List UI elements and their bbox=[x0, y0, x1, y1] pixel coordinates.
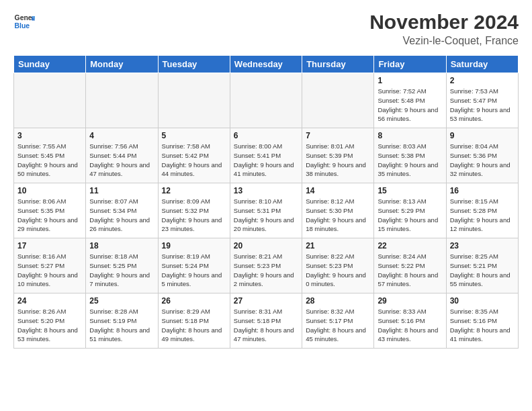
calendar-table: Sunday Monday Tuesday Wednesday Thursday… bbox=[13, 55, 519, 349]
calendar-cell: 21Sunrise: 8:22 AM Sunset: 5:23 PM Dayli… bbox=[302, 238, 374, 293]
day-number: 16 bbox=[450, 186, 515, 195]
col-wednesday: Wednesday bbox=[230, 56, 302, 73]
day-info: Sunrise: 8:31 AM Sunset: 5:18 PM Dayligh… bbox=[234, 307, 298, 344]
day-number: 27 bbox=[234, 296, 298, 306]
day-number: 10 bbox=[17, 186, 82, 195]
day-info: Sunrise: 7:58 AM Sunset: 5:42 PM Dayligh… bbox=[162, 142, 226, 179]
calendar-week-row-2: 10Sunrise: 8:06 AM Sunset: 5:35 PM Dayli… bbox=[14, 183, 519, 238]
day-info: Sunrise: 7:56 AM Sunset: 5:44 PM Dayligh… bbox=[89, 142, 154, 179]
calendar-cell: 6Sunrise: 8:00 AM Sunset: 5:41 PM Daylig… bbox=[230, 128, 302, 183]
day-info: Sunrise: 7:52 AM Sunset: 5:48 PM Dayligh… bbox=[378, 87, 442, 124]
day-number: 19 bbox=[162, 241, 226, 250]
day-number: 8 bbox=[378, 131, 442, 140]
calendar-cell: 28Sunrise: 8:32 AM Sunset: 5:17 PM Dayli… bbox=[302, 293, 374, 349]
page-subtitle: Vezin-le-Coquet, France bbox=[369, 35, 519, 47]
day-number: 2 bbox=[450, 76, 515, 85]
day-number: 12 bbox=[162, 186, 226, 195]
calendar-cell: 13Sunrise: 8:10 AM Sunset: 5:31 PM Dayli… bbox=[230, 183, 302, 238]
calendar-week-row-1: 3Sunrise: 7:55 AM Sunset: 5:45 PM Daylig… bbox=[14, 128, 519, 183]
calendar-cell: 11Sunrise: 8:07 AM Sunset: 5:34 PM Dayli… bbox=[86, 183, 158, 238]
calendar-cell: 1Sunrise: 7:52 AM Sunset: 5:48 PM Daylig… bbox=[374, 73, 446, 128]
calendar-cell bbox=[14, 73, 86, 128]
day-info: Sunrise: 8:19 AM Sunset: 5:24 PM Dayligh… bbox=[162, 252, 226, 289]
day-info: Sunrise: 8:25 AM Sunset: 5:21 PM Dayligh… bbox=[450, 252, 515, 289]
day-info: Sunrise: 8:06 AM Sunset: 5:35 PM Dayligh… bbox=[17, 197, 82, 234]
day-info: Sunrise: 8:35 AM Sunset: 5:16 PM Dayligh… bbox=[450, 307, 515, 344]
day-number: 11 bbox=[89, 186, 154, 195]
day-info: Sunrise: 8:16 AM Sunset: 5:27 PM Dayligh… bbox=[17, 252, 82, 289]
day-info: Sunrise: 8:01 AM Sunset: 5:39 PM Dayligh… bbox=[306, 142, 370, 179]
svg-text:Blue: Blue bbox=[15, 22, 30, 30]
day-info: Sunrise: 8:00 AM Sunset: 5:41 PM Dayligh… bbox=[234, 142, 298, 179]
calendar-week-row-3: 17Sunrise: 8:16 AM Sunset: 5:27 PM Dayli… bbox=[14, 238, 519, 293]
calendar-cell: 29Sunrise: 8:33 AM Sunset: 5:16 PM Dayli… bbox=[374, 293, 446, 349]
calendar-cell: 30Sunrise: 8:35 AM Sunset: 5:16 PM Dayli… bbox=[446, 293, 518, 349]
calendar-week-row-4: 24Sunrise: 8:26 AM Sunset: 5:20 PM Dayli… bbox=[14, 293, 519, 349]
day-info: Sunrise: 8:21 AM Sunset: 5:23 PM Dayligh… bbox=[234, 252, 298, 289]
day-info: Sunrise: 8:28 AM Sunset: 5:19 PM Dayligh… bbox=[89, 307, 154, 344]
day-number: 26 bbox=[162, 296, 226, 306]
col-thursday: Thursday bbox=[302, 56, 374, 73]
col-monday: Monday bbox=[86, 56, 158, 73]
day-number: 7 bbox=[306, 131, 370, 140]
day-number: 17 bbox=[17, 241, 82, 250]
calendar-cell: 5Sunrise: 7:58 AM Sunset: 5:42 PM Daylig… bbox=[158, 128, 230, 183]
day-number: 25 bbox=[89, 296, 154, 306]
calendar-cell: 18Sunrise: 8:18 AM Sunset: 5:25 PM Dayli… bbox=[86, 238, 158, 293]
col-tuesday: Tuesday bbox=[158, 56, 230, 73]
calendar-cell: 8Sunrise: 8:03 AM Sunset: 5:38 PM Daylig… bbox=[374, 128, 446, 183]
day-info: Sunrise: 8:29 AM Sunset: 5:18 PM Dayligh… bbox=[162, 307, 226, 344]
calendar-cell: 19Sunrise: 8:19 AM Sunset: 5:24 PM Dayli… bbox=[158, 238, 230, 293]
title-block: November 2024 Vezin-le-Coquet, France bbox=[369, 11, 519, 47]
day-info: Sunrise: 8:12 AM Sunset: 5:30 PM Dayligh… bbox=[306, 197, 370, 234]
day-info: Sunrise: 8:13 AM Sunset: 5:29 PM Dayligh… bbox=[378, 197, 442, 234]
day-number: 29 bbox=[378, 296, 442, 306]
day-number: 3 bbox=[17, 131, 82, 140]
day-info: Sunrise: 8:32 AM Sunset: 5:17 PM Dayligh… bbox=[306, 307, 370, 344]
calendar-cell: 22Sunrise: 8:24 AM Sunset: 5:22 PM Dayli… bbox=[374, 238, 446, 293]
day-number: 30 bbox=[450, 296, 515, 306]
day-number: 1 bbox=[378, 76, 442, 85]
calendar-cell: 7Sunrise: 8:01 AM Sunset: 5:39 PM Daylig… bbox=[302, 128, 374, 183]
calendar-week-row-0: 1Sunrise: 7:52 AM Sunset: 5:48 PM Daylig… bbox=[14, 73, 519, 128]
day-info: Sunrise: 7:55 AM Sunset: 5:45 PM Dayligh… bbox=[17, 142, 82, 179]
day-info: Sunrise: 8:33 AM Sunset: 5:16 PM Dayligh… bbox=[378, 307, 442, 344]
day-info: Sunrise: 8:04 AM Sunset: 5:36 PM Dayligh… bbox=[450, 142, 515, 179]
calendar-cell: 10Sunrise: 8:06 AM Sunset: 5:35 PM Dayli… bbox=[14, 183, 86, 238]
day-info: Sunrise: 8:07 AM Sunset: 5:34 PM Dayligh… bbox=[89, 197, 154, 234]
calendar-cell bbox=[158, 73, 230, 128]
day-number: 20 bbox=[234, 241, 298, 250]
calendar-cell: 16Sunrise: 8:15 AM Sunset: 5:28 PM Dayli… bbox=[446, 183, 518, 238]
calendar-cell: 9Sunrise: 8:04 AM Sunset: 5:36 PM Daylig… bbox=[446, 128, 518, 183]
calendar-cell bbox=[86, 73, 158, 128]
calendar-cell: 14Sunrise: 8:12 AM Sunset: 5:30 PM Dayli… bbox=[302, 183, 374, 238]
day-info: Sunrise: 8:09 AM Sunset: 5:32 PM Dayligh… bbox=[162, 197, 226, 234]
day-number: 22 bbox=[378, 241, 442, 250]
day-number: 6 bbox=[234, 131, 298, 140]
col-saturday: Saturday bbox=[446, 56, 518, 73]
calendar-cell bbox=[302, 73, 374, 128]
page-title: November 2024 bbox=[369, 11, 519, 34]
day-info: Sunrise: 8:10 AM Sunset: 5:31 PM Dayligh… bbox=[234, 197, 298, 234]
day-info: Sunrise: 8:18 AM Sunset: 5:25 PM Dayligh… bbox=[89, 252, 154, 289]
calendar-cell: 24Sunrise: 8:26 AM Sunset: 5:20 PM Dayli… bbox=[14, 293, 86, 349]
day-number: 14 bbox=[306, 186, 370, 195]
day-info: Sunrise: 8:22 AM Sunset: 5:23 PM Dayligh… bbox=[306, 252, 370, 289]
day-number: 5 bbox=[162, 131, 226, 140]
col-friday: Friday bbox=[374, 56, 446, 73]
page-header: General Blue November 2024 Vezin-le-Coqu… bbox=[13, 11, 519, 47]
calendar-header-row: Sunday Monday Tuesday Wednesday Thursday… bbox=[14, 56, 519, 73]
calendar-cell: 3Sunrise: 7:55 AM Sunset: 5:45 PM Daylig… bbox=[14, 128, 86, 183]
calendar-cell: 27Sunrise: 8:31 AM Sunset: 5:18 PM Dayli… bbox=[230, 293, 302, 349]
day-info: Sunrise: 8:24 AM Sunset: 5:22 PM Dayligh… bbox=[378, 252, 442, 289]
day-number: 28 bbox=[306, 296, 370, 306]
day-number: 13 bbox=[234, 186, 298, 195]
day-info: Sunrise: 8:26 AM Sunset: 5:20 PM Dayligh… bbox=[17, 307, 82, 344]
logo: General Blue bbox=[13, 11, 35, 32]
day-number: 23 bbox=[450, 241, 515, 250]
day-number: 18 bbox=[89, 241, 154, 250]
day-number: 24 bbox=[17, 296, 82, 306]
day-number: 9 bbox=[450, 131, 515, 140]
calendar-cell: 4Sunrise: 7:56 AM Sunset: 5:44 PM Daylig… bbox=[86, 128, 158, 183]
col-sunday: Sunday bbox=[14, 56, 86, 73]
